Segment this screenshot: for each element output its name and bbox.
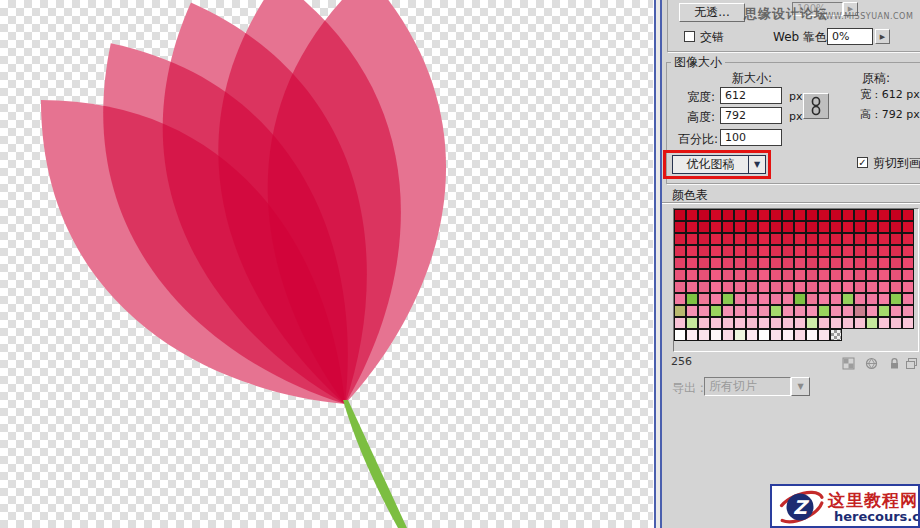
color-swatch[interactable] <box>723 282 733 292</box>
color-swatch[interactable] <box>903 270 913 280</box>
color-swatch[interactable] <box>843 270 853 280</box>
color-swatch[interactable] <box>675 282 685 292</box>
color-swatch[interactable] <box>711 258 721 268</box>
color-swatch[interactable] <box>735 258 745 268</box>
color-swatch[interactable] <box>699 318 709 328</box>
web-snap-arrow-button[interactable]: ▶ <box>875 29 890 44</box>
color-swatch[interactable] <box>675 294 685 304</box>
color-swatch[interactable] <box>855 306 865 316</box>
color-swatch[interactable] <box>867 222 877 232</box>
color-swatch[interactable] <box>675 330 685 340</box>
color-swatch[interactable] <box>879 246 889 256</box>
apply-optimize-button[interactable]: 优化图稿 ▼ <box>672 155 766 174</box>
color-swatch[interactable] <box>843 306 853 316</box>
color-swatch[interactable] <box>771 270 781 280</box>
color-swatch[interactable] <box>699 282 709 292</box>
color-swatch[interactable] <box>879 294 889 304</box>
color-swatch[interactable] <box>903 222 913 232</box>
color-swatch[interactable] <box>711 330 721 340</box>
color-swatch[interactable] <box>867 306 877 316</box>
color-swatch[interactable] <box>699 258 709 268</box>
color-swatch[interactable] <box>855 246 865 256</box>
color-swatch[interactable] <box>735 270 745 280</box>
color-swatch[interactable] <box>831 270 841 280</box>
map-transparency-button[interactable] <box>842 357 855 370</box>
color-swatch[interactable] <box>687 234 697 244</box>
color-swatch[interactable] <box>843 210 853 220</box>
color-swatch[interactable] <box>807 222 817 232</box>
color-swatch[interactable] <box>903 258 913 268</box>
interlace-checkbox[interactable] <box>684 31 695 42</box>
color-swatch[interactable] <box>855 234 865 244</box>
color-swatch[interactable] <box>831 234 841 244</box>
color-swatch[interactable] <box>783 282 793 292</box>
color-swatch[interactable] <box>771 222 781 232</box>
color-swatch[interactable] <box>711 246 721 256</box>
color-swatch[interactable] <box>903 294 913 304</box>
color-swatch[interactable] <box>771 210 781 220</box>
color-swatch[interactable] <box>747 246 757 256</box>
color-swatch[interactable] <box>711 306 721 316</box>
color-swatch[interactable] <box>879 318 889 328</box>
color-swatch[interactable] <box>891 282 901 292</box>
color-swatch[interactable] <box>771 234 781 244</box>
transparent-swatch[interactable] <box>831 330 841 340</box>
color-swatch[interactable] <box>831 210 841 220</box>
color-swatch[interactable] <box>735 294 745 304</box>
color-swatch[interactable] <box>675 222 685 232</box>
color-swatch[interactable] <box>735 222 745 232</box>
color-swatch[interactable] <box>735 210 745 220</box>
color-swatch[interactable] <box>903 234 913 244</box>
color-swatch[interactable] <box>759 306 769 316</box>
color-swatch[interactable] <box>819 234 829 244</box>
color-swatch[interactable] <box>831 258 841 268</box>
color-swatch[interactable] <box>807 258 817 268</box>
color-swatch[interactable] <box>771 282 781 292</box>
color-swatch[interactable] <box>687 330 697 340</box>
color-swatch[interactable] <box>855 282 865 292</box>
color-swatch[interactable] <box>687 318 697 328</box>
color-swatch[interactable] <box>891 246 901 256</box>
color-swatch[interactable] <box>867 210 877 220</box>
color-swatch[interactable] <box>783 210 793 220</box>
color-swatch[interactable] <box>831 306 841 316</box>
color-swatch[interactable] <box>903 246 913 256</box>
color-swatch[interactable] <box>675 258 685 268</box>
color-swatch[interactable] <box>759 270 769 280</box>
color-swatch[interactable] <box>759 330 769 340</box>
color-swatch[interactable] <box>819 246 829 256</box>
color-swatch[interactable] <box>819 306 829 316</box>
color-swatch[interactable] <box>819 318 829 328</box>
color-swatch[interactable] <box>711 234 721 244</box>
color-swatch[interactable] <box>687 294 697 304</box>
color-swatch[interactable] <box>723 306 733 316</box>
color-swatch[interactable] <box>819 222 829 232</box>
new-color-button[interactable] <box>905 357 918 370</box>
color-swatch[interactable] <box>855 318 865 328</box>
color-swatch[interactable] <box>687 222 697 232</box>
color-swatch[interactable] <box>819 294 829 304</box>
color-swatch[interactable] <box>699 210 709 220</box>
color-swatch[interactable] <box>711 318 721 328</box>
color-swatch[interactable] <box>879 270 889 280</box>
color-swatch[interactable] <box>699 294 709 304</box>
color-swatch[interactable] <box>795 282 805 292</box>
color-swatch[interactable] <box>843 234 853 244</box>
color-swatch[interactable] <box>675 306 685 316</box>
color-swatch[interactable] <box>831 318 841 328</box>
color-swatch[interactable] <box>855 222 865 232</box>
color-swatch[interactable] <box>903 318 913 328</box>
color-swatch[interactable] <box>675 318 685 328</box>
color-swatch[interactable] <box>711 282 721 292</box>
color-swatch[interactable] <box>879 234 889 244</box>
color-swatch[interactable] <box>795 210 805 220</box>
color-swatch[interactable] <box>735 246 745 256</box>
color-swatch[interactable] <box>747 222 757 232</box>
color-swatch[interactable] <box>675 234 685 244</box>
color-swatch[interactable] <box>891 222 901 232</box>
color-swatch[interactable] <box>699 306 709 316</box>
color-swatch[interactable] <box>699 330 709 340</box>
color-swatch[interactable] <box>843 294 853 304</box>
color-swatch[interactable] <box>723 270 733 280</box>
color-swatch[interactable] <box>795 258 805 268</box>
